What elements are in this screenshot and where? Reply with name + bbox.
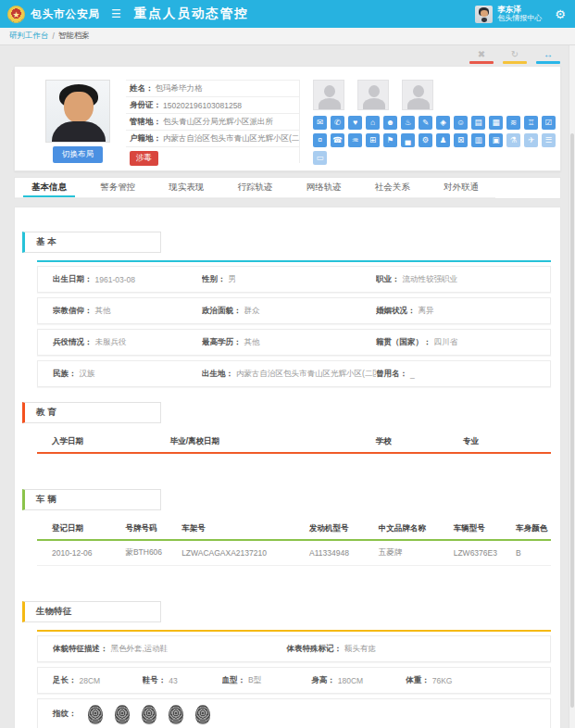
vehicle-icon[interactable]: ◈ [436,116,450,130]
person-icon[interactable]: ☺ [454,116,468,130]
field-value: 150202196103081258 [163,101,242,110]
vertical-scrollbar[interactable] [569,45,575,728]
health-icon[interactable]: ♥ [348,116,362,130]
gear-record-icon[interactable]: ⚙ [419,133,432,147]
field-label: 身高： [311,675,335,686]
telephone-icon[interactable]: ☎ [331,133,344,147]
field-value: 28CM [80,676,101,685]
railway-icon[interactable]: ☰ [542,133,556,147]
field-value: 包头青山区分局光辉小区派出所 [163,117,273,128]
tab-police-control[interactable]: 警务管控 [83,178,152,198]
column-header: 车辆型号 [439,518,501,540]
flight-icon[interactable]: ✈ [524,133,538,147]
taxi-icon[interactable]: ⊠ [454,133,468,147]
document-icon[interactable]: ▤ [471,116,485,130]
placeholder-avatar[interactable] [357,80,389,110]
refresh-button[interactable]: ↻ [503,49,527,64]
tags-icon[interactable]: ⚑ [383,133,397,147]
app-title: 重点人员动态管控 [134,6,249,22]
basic-row: 出生日期：1961-03-08 性别：男 职业：流动性较强职业 [37,266,551,293]
certificate-icon[interactable]: ▦ [489,116,503,130]
field-label: 体貌特征描述： [53,644,108,655]
section-title-education: 教 育 [22,402,161,423]
field-value: 包玛希毕力格 [156,83,203,94]
field-label: 足长： [53,675,77,686]
hamburger-menu-icon[interactable]: ☰ [111,7,121,20]
column-header: 登记日期 [37,518,110,540]
tab-basic-info[interactable]: 基本信息 [15,178,83,198]
tab-real-performance[interactable]: 现实表现 [152,178,220,198]
field-label: 血型： [222,675,246,686]
basic-info-panel: 基 本 出生日期：1961-03-08 性别：男 职业：流动性较强职业 宗教信仰… [14,207,561,728]
field-label: 政治面貌： [202,306,242,317]
breadcrumb-separator: / [53,31,55,41]
truck-icon[interactable]: ▣ [489,133,503,147]
field-value: 四川省 [434,337,458,348]
bank-icon[interactable]: ♖ [524,116,538,130]
lab-icon[interactable]: ⚗ [506,133,520,147]
portrait-icon[interactable]: ♟ [436,133,450,147]
field-label: 出生地： [202,369,233,380]
fingerprint-image[interactable] [88,705,103,724]
category-icon-grid: ✉ ✆ ♥ ⌂ ☻ ♨ ✎ ◈ ☺ ▤ ▦ ≋ ♖ ☑ ¤ ☎ ♒ ⊞ ⚑ ▄ [313,116,559,169]
field-label: 兵役情况： [53,337,93,348]
tab-movement-track[interactable]: 行踪轨迹 [220,178,289,198]
column-header: 入学日期 [37,431,156,453]
field-label: 户籍地： [130,133,161,144]
tab-external-contact[interactable]: 对外联通 [427,178,495,198]
section-title-vehicle: 车 辆 [22,489,161,510]
placeholder-avatar[interactable] [402,80,433,110]
field-value: 流动性较强职业 [403,274,458,285]
ticket-icon[interactable]: ▭ [313,151,327,165]
section-biometric: 体貌特征描述：黑色外套,运动鞋 体表特殊标记：额头有痣 足长：28CM 鞋号：4… [37,630,551,728]
hotel-icon[interactable]: ♨ [401,116,415,130]
switch-layout-button[interactable]: 切换布局 [53,146,103,163]
id-card-icon[interactable]: ▥ [471,133,485,147]
fingerprint-image[interactable] [142,705,156,724]
tab-network-track[interactable]: 网络轨迹 [290,178,358,198]
field-label: 职业： [376,274,400,285]
cell-plate: 蒙BTH606 [110,540,167,566]
red-indicator-bar [469,61,494,64]
tab-social-relations[interactable]: 社会关系 [358,178,427,198]
profile-tabs: 基本信息 警务管控 现实表现 行踪轨迹 网络轨迹 社会关系 对外联通 [14,177,561,199]
wifi-icon[interactable]: ≋ [506,116,520,130]
phone-call-icon[interactable]: ✆ [331,116,344,130]
fullscreen-icon: ✖ [478,49,485,59]
relations-icon[interactable]: ☻ [383,116,397,130]
breadcrumb-parent-link[interactable]: 研判工作台 [9,31,49,42]
finance-icon[interactable]: ¤ [313,133,327,147]
field-label: 出生日期： [53,274,93,285]
scrollbar-thumb[interactable] [570,133,574,708]
column-header: 中文品牌名称 [364,518,439,540]
cell-reg-date: 2010-12-06 [37,540,110,566]
settings-gear-icon[interactable]: ⚙ [555,7,566,21]
case-check-icon[interactable]: ☑ [542,116,556,130]
cell-color: B [501,540,551,566]
user-avatar[interactable] [475,6,493,23]
field-value: 180CM [338,676,363,685]
fullscreen-button[interactable]: ✖ [469,49,494,64]
placeholder-avatar[interactable] [313,80,344,110]
cell-vin: LZWACAGAXA2137210 [167,540,294,566]
message-icon[interactable]: ✉ [313,116,327,130]
education-icon[interactable]: ✎ [419,116,432,130]
section-education: 入学日期 毕业/离校日期 学校 专业 [37,431,551,474]
biometric-row: 足长：28CM 鞋号：43 血型：B型 身高：180CM 体重：76KG [37,667,551,694]
collapse-button[interactable]: ↔ [536,49,560,64]
column-header: 车架号 [167,518,294,540]
fingerprint-image[interactable] [169,705,183,724]
fingerprint-image[interactable] [115,705,130,724]
fingerprint-row: 指纹： [37,698,551,728]
police-badge-logo [7,6,25,23]
field-household: 户籍地： 内蒙古自治区包头市青山区光辉小区(二区)-1-86 [126,131,299,147]
profile-fields: 姓名： 包玛希毕力格 身份证： 150202196103081258 管辖地： … [126,80,300,163]
bed-record-icon[interactable]: ▄ [401,133,415,147]
police-car-icon[interactable]: ⊞ [366,133,380,147]
home-icon[interactable]: ⌂ [366,116,380,130]
fingerprint-image[interactable] [195,705,210,724]
user-box[interactable]: 李东泽 包头情报中心 [475,6,542,23]
field-value: 男 [229,274,237,285]
signal-icon[interactable]: ♒ [348,133,362,147]
field-value: 内蒙古自治区包头市青山区光辉小区(二区)-1-86 [236,369,376,380]
